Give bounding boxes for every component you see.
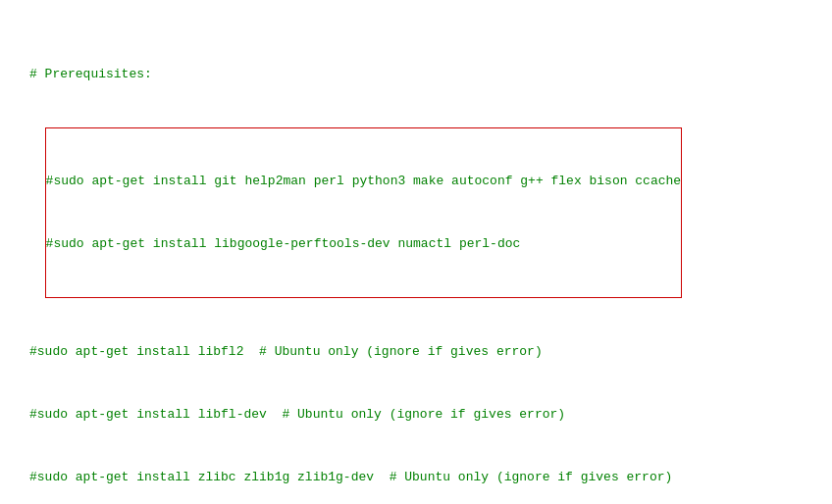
line-libfl2: #sudo apt-get install libfl2 # Ubuntu on… [29, 341, 803, 362]
cmd-text: #sudo apt-get install libgoogle-perftool… [46, 233, 521, 254]
line-zlibc: #sudo apt-get install zlibc zlib1g zlib1… [29, 467, 803, 487]
cmd-text: #sudo apt-get install zlibc zlib1g zlib1… [29, 467, 672, 487]
cmd-text: #sudo apt-get install libfl-dev # Ubuntu… [29, 404, 565, 425]
comment-text: # Prerequisites: [29, 64, 152, 84]
line-apt-install-1: #sudo apt-get install git help2man perl … [46, 171, 682, 191]
cmd-text: #sudo apt-get install git help2man perl … [46, 171, 682, 191]
line-apt-install-2: #sudo apt-get install libgoogle-perftool… [46, 233, 682, 254]
line-libfl-dev: #sudo apt-get install libfl-dev # Ubuntu… [29, 404, 803, 425]
line-prerequisites-comment: # Prerequisites: [29, 64, 803, 84]
code-block: # Prerequisites: #sudo apt-get install g… [16, 12, 816, 504]
cmd-text: #sudo apt-get install libfl2 # Ubuntu on… [29, 341, 543, 362]
boxed-apt-install: #sudo apt-get install git help2man perl … [45, 127, 683, 298]
